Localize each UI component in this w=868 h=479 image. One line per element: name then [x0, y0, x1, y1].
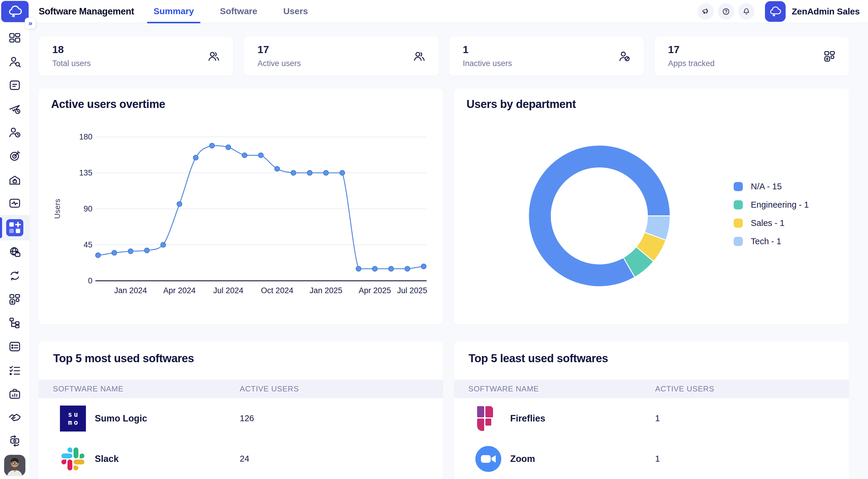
legend-swatch [734, 182, 743, 191]
sidebar-item-apps-plus[interactable] [0, 287, 30, 311]
legend-item-sales[interactable]: Sales - 1 [734, 218, 809, 228]
apps-plus-icon [8, 293, 22, 306]
svg-text:Jan 2025: Jan 2025 [310, 286, 342, 295]
svg-text:Apr 2025: Apr 2025 [359, 286, 391, 295]
most-used-title: Top 5 most used softwares [53, 352, 443, 365]
software-name: Zoom [510, 454, 535, 464]
sidebar-item-briefcase-chart[interactable] [0, 382, 30, 406]
column-active-users: ACTIVE USERS [655, 384, 849, 394]
software-name: Fireflies [510, 413, 545, 424]
svg-text:45: 45 [84, 240, 92, 249]
user-time-icon [8, 126, 22, 139]
health-card-icon [8, 197, 22, 210]
active-users-count: 126 [240, 413, 443, 423]
checklist-icon [8, 364, 22, 377]
legend-label: N/A - 15 [751, 182, 782, 192]
svg-text:180: 180 [79, 132, 92, 141]
sidebar-item-document[interactable] [0, 73, 30, 97]
software-name: Slack [95, 454, 119, 464]
sidebar-item-health-card[interactable] [0, 192, 30, 215]
briefcase-chart-icon [8, 387, 22, 401]
handshake-icon [8, 411, 22, 424]
table-row-sumo-logic[interactable]: sumoSumo Logic126 [39, 398, 443, 439]
svg-text:Jan 2024: Jan 2024 [114, 286, 147, 295]
least-used-softwares-card: Top 5 least used softwares SOFTWARE NAME… [454, 342, 849, 479]
sidebar-item-sync-chat[interactable] [0, 264, 30, 287]
sidebar-item-dashboard[interactable] [0, 26, 30, 50]
tab-users[interactable]: Users [277, 0, 314, 23]
sidebar-item-payments[interactable] [0, 429, 30, 453]
sidebar-expand-button[interactable]: » [25, 18, 36, 29]
table-row-fireflies[interactable]: Fireflies1 [454, 398, 849, 439]
users-by-department-card: Users by department N/A - 15Engineering … [454, 89, 849, 324]
legend-swatch [734, 237, 743, 246]
goals-icon [8, 149, 22, 163]
tab-summary[interactable]: Summary [147, 0, 200, 23]
sidebar-item-travel[interactable] [0, 97, 30, 121]
announcements-button[interactable] [698, 3, 714, 20]
sidebar-item-software-apps[interactable] [0, 215, 30, 240]
table-header: SOFTWARE NAME ACTIVE USERS [454, 380, 849, 398]
global-work-icon [8, 245, 22, 259]
office-icon [8, 173, 22, 186]
dashboard-icon [8, 31, 22, 45]
user-search-icon [8, 55, 22, 68]
legend-item-tech[interactable]: Tech - 1 [734, 237, 809, 246]
zoom-logo [475, 446, 501, 472]
svg-text:Jul 2025: Jul 2025 [397, 286, 427, 295]
active-users-line-chart: 04590135180UsersJan 2024Apr 2024Jul 2024… [51, 117, 430, 311]
notifications-button[interactable] [738, 3, 755, 20]
column-software-name: SOFTWARE NAME [39, 384, 240, 394]
stat-card-total-users: 18 Total users [39, 37, 233, 76]
bell-icon [742, 7, 751, 16]
legend-item-n-a[interactable]: N/A - 15 [734, 182, 809, 192]
legend-label: Sales - 1 [751, 218, 784, 228]
table-row-zoom[interactable]: Zoom1 [454, 439, 849, 479]
topbar-actions: ZenAdmin Sales [698, 0, 860, 23]
sync-chat-icon [8, 269, 22, 282]
travel-icon [8, 102, 22, 115]
help-button[interactable] [718, 3, 734, 20]
megaphone-icon [701, 7, 710, 16]
sidebar-item-list[interactable] [0, 335, 30, 358]
total-users-value: 18 [52, 44, 233, 56]
zenadmin-logo[interactable] [1, 1, 29, 22]
sidebar-item-office[interactable] [0, 168, 30, 192]
sidebar [0, 23, 30, 479]
sumo-logic-logo: sumo [60, 406, 86, 432]
users-icon [207, 49, 221, 63]
sidebar-item-checklist[interactable] [0, 358, 30, 382]
account-switcher[interactable]: ZenAdmin Sales [765, 1, 860, 22]
table-row-slack[interactable]: Slack24 [39, 439, 443, 479]
legend-item-engineering[interactable]: Engineering - 1 [734, 200, 809, 210]
sidebar-item-org-chart[interactable] [0, 311, 30, 335]
sidebar-item-handshake[interactable] [0, 406, 30, 429]
list-icon [8, 340, 22, 353]
donut-legend: N/A - 15Engineering - 1Sales - 1Tech - 1 [734, 182, 809, 246]
svg-text:Users: Users [53, 199, 62, 219]
apps-grid-icon [823, 49, 836, 63]
charts-row: Active users overtime 04590135180UsersJa… [39, 89, 849, 324]
user-inactive-icon [618, 49, 631, 63]
sidebar-item-user-search[interactable] [0, 50, 30, 73]
account-name: ZenAdmin Sales [792, 6, 860, 16]
active-users-count: 1 [655, 454, 849, 464]
least-used-title: Top 5 least used softwares [469, 352, 849, 365]
active-users-count: 24 [240, 454, 443, 464]
cloud-logo-icon [769, 5, 782, 18]
svg-text:135: 135 [79, 168, 92, 177]
active-users-value: 17 [257, 44, 438, 56]
user-avatar[interactable] [4, 455, 25, 476]
tab-software[interactable]: Software [213, 0, 264, 23]
most-used-softwares-card: Top 5 most used softwares SOFTWARE NAME … [39, 342, 443, 479]
sidebar-item-global-work[interactable] [0, 240, 30, 264]
column-active-users: ACTIVE USERS [240, 384, 443, 394]
svg-text:Apr 2024: Apr 2024 [163, 286, 196, 295]
sidebar-item-goals[interactable] [0, 144, 30, 168]
sidebar-item-user-time[interactable] [0, 121, 30, 144]
avatar-photo [4, 455, 25, 476]
zenadmin-account-logo [765, 1, 786, 22]
active-users-chart-card: Active users overtime 04590135180UsersJa… [39, 89, 443, 324]
inactive-users-label: Inactive users [463, 59, 644, 68]
svg-text:Jul 2024: Jul 2024 [213, 286, 243, 295]
